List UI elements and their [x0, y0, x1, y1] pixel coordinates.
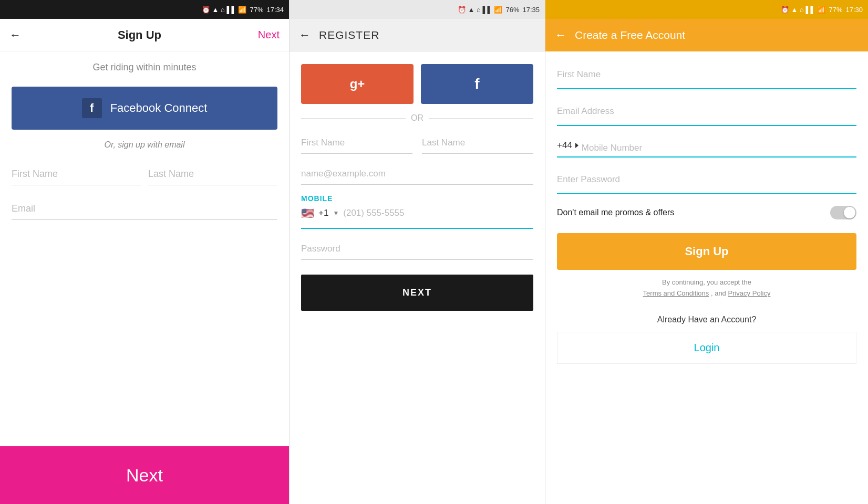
first-name-input-3[interactable] [557, 64, 856, 85]
time-2: 17:35 [522, 6, 540, 14]
already-account-text: Already Have an Account? [557, 315, 856, 324]
top-bar-2: ← REGISTER [290, 19, 545, 51]
email-input-2[interactable] [301, 163, 533, 185]
name-row-1 [12, 163, 277, 185]
battery-2: 76% [505, 6, 519, 14]
google-plus-button[interactable]: g+ [301, 64, 414, 104]
email-input-3[interactable] [557, 101, 856, 122]
country-code-chevron[interactable]: ▼ [333, 209, 339, 217]
facebook-icon: f [82, 98, 102, 118]
panel3-content: +44 Don't email me promos & offers Sign … [545, 51, 868, 504]
last-name-input-1[interactable] [148, 163, 277, 185]
status-icons-3: ⏰ ▲ ⌂ ▌▌ 📶 [781, 6, 826, 14]
or-signup-text: Or, sign up with email [105, 140, 185, 150]
first-name-group [557, 64, 856, 89]
terms-and: , and [711, 289, 726, 297]
last-name-input-2[interactable] [422, 132, 533, 154]
status-bar-1: ⏰ ▲ ⌂ ▌▌ 📶 77% 17:34 [0, 0, 289, 19]
or-divider: OR [301, 113, 533, 123]
first-name-input-2[interactable] [301, 132, 412, 154]
google-plus-icon: g+ [350, 77, 365, 91]
mobile-input-3[interactable] [582, 138, 856, 153]
phone-row-3: +44 [557, 138, 856, 158]
battery-3: 77% [829, 6, 842, 14]
next-button-label-1: Next [126, 465, 163, 486]
facebook-button-2[interactable]: f [421, 64, 533, 104]
status-icons-2: ⏰ ▲ ⌂ ▌▌ 📶 [458, 6, 503, 14]
terms-link[interactable]: Terms and Conditions [643, 289, 709, 297]
password-group [557, 169, 856, 194]
social-login-row: g+ f [301, 64, 533, 104]
mobile-section: MOBILE 🇺🇸 +1 ▼ [301, 194, 533, 229]
country-chevron-3[interactable] [575, 143, 578, 148]
terms-text: By continuing, you accept the Terms and … [557, 277, 856, 299]
panel-2: ⏰ ▲ ⌂ ▌▌ 📶 76% 17:35 ← REGISTER g+ f OR … [290, 0, 545, 504]
login-btn-label: Login [694, 342, 720, 353]
flag-icon: 🇺🇸 [301, 207, 314, 219]
back-button-1[interactable]: ← [9, 28, 21, 42]
status-bar-3: ⏰ ▲ ⌂ ▌▌ 📶 77% 17:30 [545, 0, 868, 19]
first-name-input-1[interactable] [12, 163, 141, 185]
time-3: 17:30 [845, 6, 863, 14]
time-1: 17:34 [266, 6, 284, 14]
password-input-3[interactable] [557, 169, 856, 190]
signup-button[interactable]: Sign Up [557, 233, 856, 270]
battery-1: 77% [250, 6, 263, 14]
mobile-label: MOBILE [301, 194, 533, 203]
mobile-row: 🇺🇸 +1 ▼ [301, 203, 533, 229]
status-icons-1: ⏰ ▲ ⌂ ▌▌ 📶 [202, 6, 247, 14]
next-btn-label-2: NEXT [402, 287, 432, 298]
top-bar-1: ← Sign Up Next [0, 19, 289, 51]
panel1-content: Get riding within minutes f Facebook Con… [0, 51, 289, 446]
panel-3: ⏰ ▲ ⌂ ▌▌ 📶 77% 17:30 ← Create a Free Acc… [545, 0, 868, 504]
facebook-icon-2: f [474, 76, 479, 92]
status-bar-2: ⏰ ▲ ⌂ ▌▌ 📶 76% 17:35 [290, 0, 545, 19]
promo-toggle-row: Don't email me promos & offers [557, 206, 856, 219]
toggle-knob [844, 207, 855, 218]
country-code-2: +1 [318, 208, 328, 218]
toggle-label: Don't email me promos & offers [557, 208, 674, 217]
email-input-1[interactable] [12, 198, 277, 220]
facebook-connect-button[interactable]: f Facebook Connect [12, 87, 277, 130]
name-row-2 [301, 132, 533, 154]
back-button-3[interactable]: ← [555, 28, 566, 42]
email-group [557, 101, 856, 126]
signup-btn-label: Sign Up [685, 245, 728, 258]
password-input-2[interactable] [301, 238, 533, 260]
phone-input-2[interactable] [343, 203, 533, 224]
page-title-1: Sign Up [118, 28, 161, 42]
next-action-1[interactable]: Next [258, 29, 280, 41]
facebook-btn-label: Facebook Connect [110, 101, 208, 115]
panel-1: ⏰ ▲ ⌂ ▌▌ 📶 77% 17:34 ← Sign Up Next Get … [0, 0, 290, 504]
subtitle-1: Get riding within minutes [92, 62, 196, 73]
country-code-3: +44 [557, 140, 572, 151]
next-button-2[interactable]: NEXT [301, 275, 533, 311]
or-label: OR [411, 113, 423, 123]
login-button[interactable]: Login [557, 332, 856, 364]
page-title-2: REGISTER [319, 29, 379, 41]
next-button-bar-1[interactable]: Next [0, 446, 289, 504]
top-bar-3: ← Create a Free Account [545, 19, 868, 51]
back-button-2[interactable]: ← [299, 28, 311, 42]
promo-toggle[interactable] [830, 206, 856, 219]
panel2-content: g+ f OR MOBILE 🇺🇸 +1 ▼ NEXT [290, 51, 545, 504]
privacy-link[interactable]: Privacy Policy [728, 289, 770, 297]
page-title-3: Create a Free Account [575, 29, 685, 41]
